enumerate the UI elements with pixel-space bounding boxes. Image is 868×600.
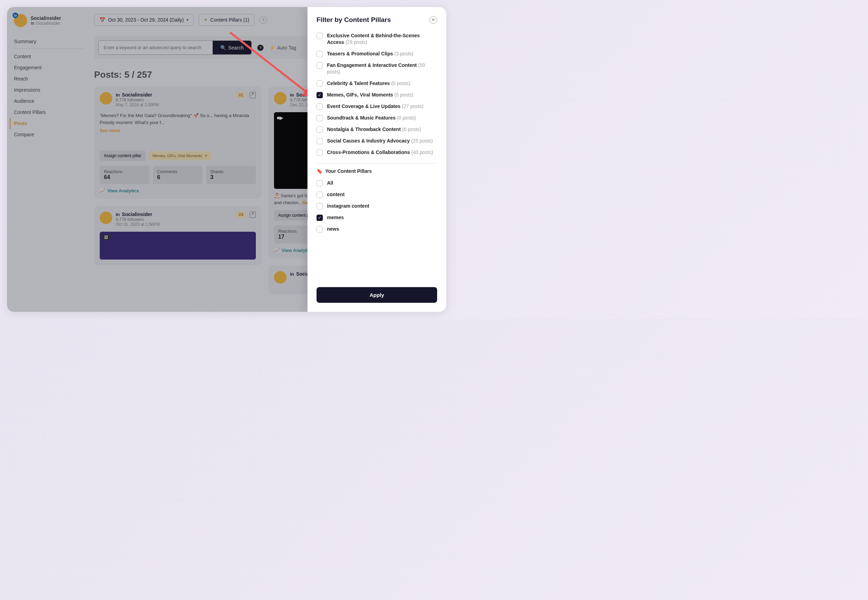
pillar-label: Memes, GIFs, Viral Moments (5 posts) bbox=[327, 92, 413, 98]
your-pillar-row[interactable]: news bbox=[317, 223, 437, 235]
your-pillars-heading: 🔖 Your Content Pillars bbox=[317, 168, 437, 174]
checkbox[interactable]: ✓ bbox=[317, 215, 323, 221]
pillar-row[interactable]: Nostalgia & Throwback Content (6 posts) bbox=[317, 124, 437, 135]
apply-button[interactable]: Apply bbox=[317, 287, 437, 303]
pillar-label: Soundtrack & Music Features (0 posts) bbox=[327, 115, 416, 121]
bookmark-icon: 🔖 bbox=[317, 168, 322, 174]
post-count: (6 posts) bbox=[402, 126, 421, 132]
checkbox[interactable] bbox=[317, 138, 323, 144]
your-pillar-label: memes bbox=[327, 214, 344, 221]
checkbox[interactable] bbox=[317, 226, 323, 232]
checkbox[interactable] bbox=[317, 192, 323, 198]
pillar-label: Social Causes & Industry Advocacy (25 po… bbox=[327, 138, 433, 144]
checkbox[interactable] bbox=[317, 33, 323, 39]
pillar-row[interactable]: Fan Engagement & Interactive Content (59… bbox=[317, 59, 437, 78]
pillar-label: Exclusive Content & Behind-the-Scenes Ac… bbox=[327, 32, 437, 45]
close-icon[interactable]: ✕ bbox=[429, 16, 437, 24]
your-pillar-row[interactable]: ✓memes bbox=[317, 212, 437, 223]
checkbox[interactable] bbox=[317, 180, 323, 186]
your-pillar-label: news bbox=[327, 226, 339, 232]
filter-panel: Filter by Content Pillars ✕ Exclusive Co… bbox=[308, 7, 446, 312]
your-pillar-label: content bbox=[327, 191, 345, 198]
checkbox[interactable] bbox=[317, 203, 323, 209]
pillar-row[interactable]: Social Causes & Industry Advocacy (25 po… bbox=[317, 135, 437, 147]
your-pillar-row[interactable]: All bbox=[317, 177, 437, 189]
pillar-label: Nostalgia & Throwback Content (6 posts) bbox=[327, 126, 421, 133]
pillar-row[interactable]: Cross-Promotions & Collaborations (40 po… bbox=[317, 147, 437, 158]
post-count: (0 posts) bbox=[391, 80, 410, 86]
pillar-label: Teasers & Promotional Clips (3 posts) bbox=[327, 50, 413, 57]
pillar-row[interactable]: Teasers & Promotional Clips (3 posts) bbox=[317, 48, 437, 59]
checkbox[interactable] bbox=[317, 126, 323, 133]
pillar-label: Cross-Promotions & Collaborations (40 po… bbox=[327, 149, 433, 156]
pillar-row[interactable]: Exclusive Content & Behind-the-Scenes Ac… bbox=[317, 30, 437, 48]
post-count: (25 posts) bbox=[411, 138, 432, 144]
pillar-label: Event Coverage & Live Updates (27 posts) bbox=[327, 103, 423, 110]
checkbox[interactable] bbox=[317, 115, 323, 121]
checkbox[interactable] bbox=[317, 150, 323, 156]
checkbox[interactable] bbox=[317, 80, 323, 87]
pillar-label: Celebrity & Talent Features (0 posts) bbox=[327, 80, 410, 87]
pillar-row[interactable]: Event Coverage & Live Updates (27 posts) bbox=[317, 101, 437, 112]
pillar-row[interactable]: ✓Memes, GIFs, Viral Moments (5 posts) bbox=[317, 89, 437, 101]
your-pillar-label: instagram content bbox=[327, 203, 369, 209]
your-pillar-row[interactable]: content bbox=[317, 189, 437, 200]
your-pillar-row[interactable]: instagram content bbox=[317, 200, 437, 212]
panel-title: Filter by Content Pillars bbox=[317, 16, 391, 24]
post-count: (27 posts) bbox=[402, 103, 423, 109]
pillar-row[interactable]: Celebrity & Talent Features (0 posts) bbox=[317, 78, 437, 89]
pillar-label: Fan Engagement & Interactive Content (59… bbox=[327, 62, 437, 75]
your-pillar-label: All bbox=[327, 180, 333, 186]
checkbox[interactable]: ✓ bbox=[317, 92, 323, 98]
checkbox[interactable] bbox=[317, 103, 323, 110]
checkbox[interactable] bbox=[317, 51, 323, 57]
post-count: (0 posts) bbox=[397, 115, 416, 121]
post-count: (5 posts) bbox=[394, 92, 413, 98]
checkbox[interactable] bbox=[317, 62, 323, 69]
post-count: (29 posts) bbox=[346, 39, 367, 45]
post-count: (3 posts) bbox=[394, 51, 413, 56]
post-count: (40 posts) bbox=[411, 150, 433, 155]
pillar-row[interactable]: Soundtrack & Music Features (0 posts) bbox=[317, 112, 437, 124]
post-count: (59 posts) bbox=[327, 62, 425, 74]
